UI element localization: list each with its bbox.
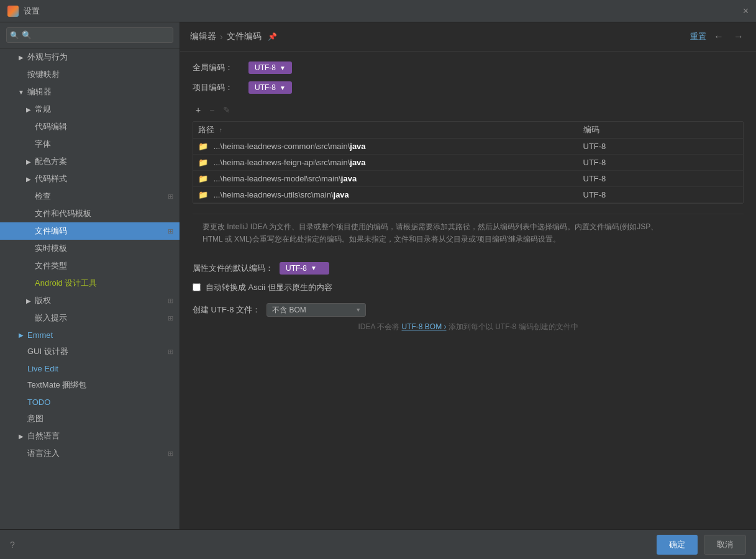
sidebar-item-file-encoding[interactable]: 文件编码 ⊞ [0,222,180,240]
utf8-select-wrapper: 不含 BOM 含 BOM 由父目录决定 [266,303,366,317]
breadcrumb-current: 文件编码 [227,31,262,42]
sidebar-item-label: 配色方案 [35,156,173,167]
sidebar-item-live-edit[interactable]: Live Edit [0,360,180,376]
footer: ? 确定 取消 [0,529,756,559]
expand-arrow: ▼ [17,89,25,96]
sidebar-item-idea[interactable]: 意图 [0,410,180,427]
add-button[interactable]: + [193,104,204,116]
sidebar-item-label: 代码编辑 [35,121,173,132]
property-encoding-dropdown[interactable]: UTF-8 ▼ [280,262,329,275]
close-button[interactable]: × [743,6,749,17]
sidebar-item-natural-lang[interactable]: ▶ 自然语言 [0,427,180,445]
utf8-file-row: 创建 UTF-8 文件： 不含 BOM 含 BOM 由父目录决定 [193,303,744,317]
sidebar-item-appearance[interactable]: ▶ 外观与行为 [0,48,180,66]
search-input[interactable] [6,27,173,43]
sort-arrow: ↑ [219,127,222,134]
path-column-header[interactable]: 路径 ↑ [193,122,578,139]
sidebar-item-android[interactable]: Android 设计工具 [0,275,180,292]
path-cell: 📁 ...\heima-leadnews-utils\src\main\java [193,187,578,203]
sidebar-item-label: 版权 [35,295,168,306]
encoding-column-header: 编码 [578,122,744,139]
path-bold: java [341,174,357,183]
path-bold: java [350,158,365,167]
info-line2: HTML 或 XML)会重写您在此处指定的编码。如果未指定，文件和目录将从父目录… [203,235,560,243]
checkbox-row: 自动转换成 Ascii 但显示原生的内容 [193,282,744,293]
sidebar-item-gui-designer[interactable]: GUI 设计器 ⊞ [0,343,180,360]
folder-icon: 📁 [198,190,208,199]
table-row[interactable]: 📁 ...\heima-leadnews-feign-api\src\main\… [193,155,743,171]
sidebar-item-label: 字体 [35,139,173,150]
prop-label: 属性文件的默认编码： [193,263,273,274]
sidebar-item-inspection[interactable]: 检查 ⊞ [0,188,180,205]
path-prefix: ...\heima-leadnews-model\src\main\ [214,174,341,183]
bom-link[interactable]: UTF-8 BOM › [402,322,447,331]
table-row[interactable]: 📁 ...\heima-leadnews-model\src\main\java… [193,171,743,187]
project-enc-value: UTF-8 [255,83,276,92]
external-icon: ⊞ [168,348,173,356]
path-bold: java [350,142,365,151]
global-encoding-dropdown[interactable]: UTF-8 ▼ [248,61,292,74]
cancel-button[interactable]: 取消 [704,535,746,555]
file-table-container: 路径 ↑ 编码 📁 ...\heima-leadnews-common\src\… [193,121,744,204]
search-box: 🔍 [0,22,180,48]
sidebar-item-label: Emmet [27,330,173,340]
external-icon: ⊞ [168,227,173,235]
sidebar-item-label: 嵌入提示 [35,312,168,324]
expand-arrow: ▶ [17,54,25,61]
content-area: 编辑器 › 文件编码 📌 重置 ← → 全局编码： UTF-8 ▼ [180,22,756,529]
sidebar-item-todo[interactable]: TODO [0,394,180,410]
remove-button[interactable]: − [206,104,217,116]
expand-arrow: ▶ [25,298,32,304]
sidebar-item-label: GUI 设计器 [27,346,168,357]
ascii-checkbox[interactable] [193,283,201,291]
encoding-cell: UTF-8 [578,155,744,171]
table-row[interactable]: 📁 ...\heima-leadnews-common\src\main\jav… [193,139,743,155]
back-button[interactable]: ← [711,30,726,43]
sidebar-item-copyright[interactable]: ▶ 版权 ⊞ [0,292,180,309]
expand-arrow: ▶ [25,158,32,165]
expand-arrow: ▶ [17,332,25,339]
sidebar-item-font[interactable]: 字体 [0,135,180,153]
sidebar-item-emmet[interactable]: ▶ Emmet [0,327,180,343]
help-button[interactable]: ? [10,540,15,550]
sidebar-item-embed-hint[interactable]: 嵌入提示 ⊞ [0,309,180,327]
app-icon [7,6,19,17]
dropdown-arrow: ▼ [280,84,286,91]
path-cell: 📁 ...\heima-leadnews-common\src\main\jav… [193,139,578,155]
sidebar-item-code-edit[interactable]: 代码编辑 [0,118,180,135]
forward-button[interactable]: → [731,30,746,43]
main-layout: 🔍 ▶ 外观与行为 按键映射 ▼ 编辑器 ▶ 常规 代码编辑 字体 [0,22,756,529]
encoding-cell: UTF-8 [578,139,744,155]
file-table: 路径 ↑ 编码 📁 ...\heima-leadnews-common\src\… [193,122,743,203]
utf8-select[interactable]: 不含 BOM 含 BOM 由父目录决定 [266,303,366,317]
sidebar-item-color-scheme[interactable]: ▶ 配色方案 [0,153,180,170]
sidebar-item-keymap[interactable]: 按键映射 [0,66,180,83]
sidebar-item-textmate[interactable]: TextMate 捆绑包 [0,376,180,394]
sidebar-item-label: 编辑器 [27,86,173,98]
encoding-cell: UTF-8 [578,187,744,203]
search-icon: 🔍 [10,31,19,40]
global-enc-value: UTF-8 [255,63,276,72]
sidebar-item-label: 按键映射 [27,69,173,80]
expand-arrow: ▶ [25,106,32,113]
reset-button[interactable]: 重置 [690,31,706,42]
path-prefix: ...\heima-leadnews-utils\src\main\ [214,190,334,199]
sidebar-item-file-type[interactable]: 文件类型 [0,257,180,275]
sidebar: 🔍 ▶ 外观与行为 按键映射 ▼ 编辑器 ▶ 常规 代码编辑 字体 [0,22,180,529]
confirm-button[interactable]: 确定 [657,535,698,555]
sidebar-item-label: Live Edit [27,364,173,373]
edit-button[interactable]: ✎ [220,104,234,116]
table-row[interactable]: 📁 ...\heima-leadnews-utils\src\main\java… [193,187,743,203]
sidebar-item-lang-inject[interactable]: 语言注入 ⊞ [0,445,180,462]
utf8-label: 创建 UTF-8 文件： [193,304,260,316]
breadcrumb-sep: › [220,32,223,42]
sidebar-item-code-style[interactable]: ▶ 代码样式 [0,170,180,188]
prop-enc-value: UTF-8 [286,264,307,273]
sidebar-item-live-template[interactable]: 实时模板 [0,240,180,257]
sidebar-item-file-template[interactable]: 文件和代码模板 [0,205,180,222]
sidebar-item-editor[interactable]: ▼ 编辑器 [0,83,180,101]
title-bar: 设置 × [0,0,756,22]
bom-suffix: 添加到每个以 UTF-8 编码创建的文件中 [449,322,578,331]
project-encoding-dropdown[interactable]: UTF-8 ▼ [248,81,292,94]
sidebar-item-general[interactable]: ▶ 常规 [0,101,180,118]
